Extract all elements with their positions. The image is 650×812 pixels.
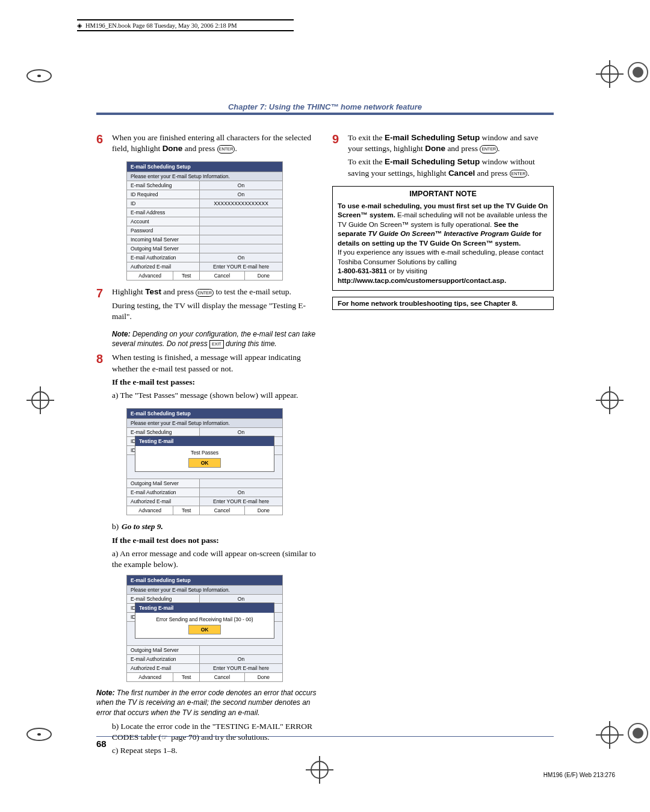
meta-text: HM196_EN.book Page 68 Tuesday, May 30, 2… — [85, 22, 237, 29]
svg-point-5 — [633, 67, 643, 78]
reg-mark-bc — [305, 755, 335, 785]
row-label: Authorized E-mail — [127, 664, 200, 673]
modal-msg: Test Passes — [139, 450, 270, 456]
imp-guide: TV Guide On Screen™ Interactive Program … — [368, 230, 531, 237]
note-2: Note: The first number in the error code… — [96, 688, 318, 717]
step-8-num: 8 — [96, 352, 112, 403]
important-title: IMPORTANT NOTE — [338, 189, 548, 199]
row-label: Incoming Mail Server — [127, 235, 200, 244]
btn-test: Test — [173, 673, 200, 682]
btn-test: Test — [173, 271, 200, 280]
svg-point-14 — [37, 733, 41, 736]
imp-p2: If you experience any issues with e-mail… — [338, 248, 548, 267]
fail-a-text: a) An error message and code will appear… — [112, 549, 316, 569]
step-7-text-b: and press — [161, 287, 196, 296]
win-label-2: E-mail Scheduling Setup — [385, 157, 480, 166]
reg-mark-mr — [595, 385, 625, 415]
test-label: Test — [145, 287, 161, 296]
row-label: Authorized E-mail — [127, 262, 200, 271]
step-9: 9 To exit the E-mail Scheduling Setup wi… — [332, 132, 554, 181]
setup-table-wrap-3: E-mail Scheduling Setup Please enter you… — [96, 575, 318, 682]
btn-cancel: Cancel — [199, 673, 244, 682]
step-7: 7 Highlight Test and press ENTER to test… — [96, 287, 318, 324]
row-val — [199, 217, 282, 226]
step-8-fail-b: b) Locate the error code in the "TESTING… — [112, 721, 318, 743]
troubleshoot-box: For home network troubleshooting tips, s… — [332, 297, 554, 310]
note-label: Note: — [96, 689, 115, 697]
modal-title: Testing E-mail — [135, 603, 274, 613]
btn-cancel: Cancel — [199, 506, 244, 515]
right-column: 9 To exit the E-mail Scheduling Setup wi… — [332, 132, 554, 758]
row-val — [199, 235, 282, 244]
btn-advanced: Advanced — [127, 271, 173, 280]
row-val: On — [199, 655, 282, 664]
row-val: Enter YOUR E-mail here — [199, 664, 282, 673]
step-8-fail-c: c) Repeat steps 1–8. — [112, 745, 318, 756]
reg-mark-tr — [595, 59, 625, 89]
test-passes-modal: Testing E-mail Test Passes OK — [135, 436, 274, 472]
pass-header: If the e-mail test passes: — [112, 377, 318, 388]
imp-url: http://www.tacp.com/customersupport/cont… — [338, 276, 548, 286]
note-2-text: The first number in the error code denot… — [96, 689, 317, 716]
setup-header: E-mail Scheduling Setup — [127, 162, 283, 172]
row-label: E-mail Authorization — [127, 488, 200, 497]
setup-subheader: Please enter your E-mail Setup Informati… — [127, 419, 283, 428]
cancel-label: Cancel — [448, 169, 475, 178]
reg-mark-tl — [24, 64, 54, 88]
step-8-b: b)Go to step 9. — [112, 521, 318, 532]
exit-button-icon: EXIT — [209, 340, 224, 348]
book-icon: ◈ — [77, 22, 82, 29]
row-label: Account — [127, 217, 200, 226]
btn-cancel: Cancel — [199, 271, 244, 280]
row-val — [199, 244, 282, 253]
step-6-text-b: and press — [182, 144, 217, 153]
btn-done: Done — [244, 673, 282, 682]
setup-header: E-mail Scheduling Setup — [127, 409, 283, 419]
row-val: On — [199, 190, 282, 199]
done-label: Done — [162, 144, 183, 153]
modal-msg: Error Sending and Receiving Mail (30 - 0… — [139, 616, 270, 622]
win-label: E-mail Scheduling Setup — [385, 133, 480, 142]
reg-mark-br2 — [626, 721, 650, 745]
step-8-text-a: When testing is finished, a message will… — [112, 352, 318, 374]
enter-button-icon: ENTER — [196, 289, 214, 297]
page-footer-rule — [96, 736, 554, 737]
row-label: Outgoing Mail Server — [127, 479, 200, 488]
reg-mark-tr2 — [626, 60, 650, 84]
page-number: 68 — [96, 739, 107, 749]
row-label: Password — [127, 226, 200, 235]
btn-done: Done — [244, 271, 282, 280]
fail-b-text-b: page 70) and try the solutions. — [169, 733, 270, 742]
row-label: Authorized E-mail — [127, 497, 200, 506]
fail-header: If the e-mail test does not pass: — [112, 535, 318, 546]
row-label: Outgoing Mail Server — [127, 646, 200, 655]
step-8-fail-a: a) An error message and code will appear… — [112, 548, 318, 570]
step-9-num: 9 — [332, 132, 348, 181]
row-val: On — [199, 181, 282, 190]
chapter-header: Chapter 7: Using the THINC™ home network… — [96, 102, 554, 117]
step-9-td: To exit the — [348, 157, 385, 166]
done-label: Done — [425, 144, 445, 153]
row-val: On — [199, 488, 282, 497]
step-7-text-c: to test the e-mail setup. — [214, 287, 291, 296]
setup-subheader: Please enter your E-mail Setup Informati… — [127, 586, 283, 595]
important-note-box: IMPORTANT NOTE To use e-mail scheduling,… — [332, 186, 554, 291]
step-7-text-a: Highlight — [112, 287, 145, 296]
step-8-a: a) The "Test Passes" message (shown belo… — [112, 390, 318, 401]
setup-table-wrap-2: E-mail Scheduling Setup Please enter you… — [96, 408, 318, 515]
row-label: E-mail Authorization — [127, 655, 200, 664]
chapter-title: Chapter 7: Using the THINC™ home network… — [96, 102, 554, 111]
row-label: ID Required — [127, 190, 200, 199]
row-val: XXXXXXXXXXXXXXXX — [199, 199, 282, 208]
error-modal: Testing E-mail Error Sending and Receivi… — [135, 603, 274, 639]
step-6-dot: . — [235, 144, 237, 153]
enter-button-icon: ENTER — [217, 145, 235, 153]
step-9-ta: To exit the — [348, 133, 385, 142]
step-6: 6 When you are finished entering all cha… — [96, 132, 318, 157]
btn-advanced: Advanced — [127, 506, 173, 515]
note-label: Note: — [112, 330, 131, 338]
btn-test: Test — [173, 506, 200, 515]
step-9-tc: and press — [445, 144, 480, 153]
btn-done: Done — [244, 506, 282, 515]
enter-button-icon: ENTER — [480, 145, 498, 153]
